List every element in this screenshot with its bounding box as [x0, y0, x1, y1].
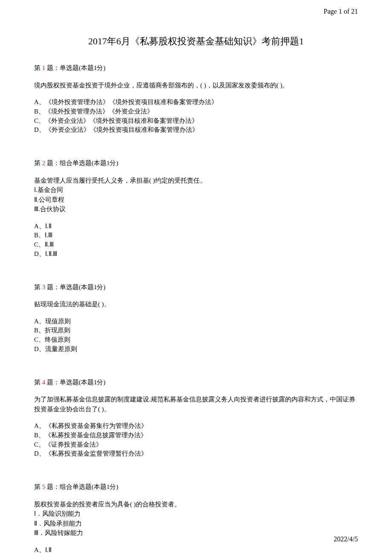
question-options: A、Ⅰ.Ⅱ B、Ⅰ.Ⅲ [34, 546, 358, 555]
footer-date: 2022/4/5 [334, 534, 358, 544]
question-label: 第 4 题：单选题(本题1分) [34, 378, 358, 387]
question-label-suffix: 题：组合单选题(本题1分) [45, 160, 118, 166]
sub-item: Ⅰ．风险识别能力 [34, 509, 358, 519]
question-options: A、《私募投资基金募集行为管理办法》 B、《私募投资基金信息披露管理办法》 C、… [34, 421, 358, 459]
question-label-suffix: 题：组合单选题(本题1分) [45, 483, 118, 490]
question-block: 第 5 题：组合单选题(本题1分) 股权投资基金的投资者应当为具备( )的合格投… [34, 482, 358, 555]
option: B、Ⅰ.Ⅲ [34, 231, 358, 240]
option: A、Ⅰ.Ⅱ [34, 222, 358, 231]
question-text: 基金管理人应当履行受托人义务，承担基( )约定的受托责任。 Ⅰ.基金合同 Ⅱ.公… [34, 176, 358, 214]
question-options: A、现值原则 B、折现原则 C、终值原则 D、流量差原则 [34, 317, 358, 354]
sub-item: Ⅲ．风险转嫁能力 [34, 528, 358, 538]
option: A、《境外投资管理办法》《境外投资项目核准和备案管理办法》 [34, 98, 358, 107]
option: D、流量差原则 [34, 345, 358, 354]
question-text: 为了加强私募基金信息披露的制度建建设.规范私募基金信息披露义务人向投资者进行披露… [34, 395, 358, 414]
question-text: 股权投资基金的投资者应当为具备( )的合格投资者。 Ⅰ．风险识别能力 Ⅱ．风险承… [34, 500, 358, 538]
question-sub-items: Ⅰ.基金合同 Ⅱ.公司章程 Ⅲ.合伙协议 [34, 185, 358, 214]
question-stem: 基金管理人应当履行受托人义务，承担基( )约定的受托责任。 [34, 176, 358, 186]
question-block: 第 2 题：组合单选题(本题1分) 基金管理人应当履行受托人义务，承担基( )约… [34, 158, 358, 259]
question-prefix: 第 [34, 483, 42, 490]
option: C、Ⅱ.Ⅲ [34, 240, 358, 250]
option: A、Ⅰ.Ⅱ [34, 546, 358, 555]
question-sub-items: Ⅰ．风险识别能力 Ⅱ．风险承担能力 Ⅲ．风险转嫁能力 [34, 509, 358, 538]
question-label: 第 2 题：组合单选题(本题1分) [34, 158, 358, 168]
question-options: A、《境外投资管理办法》《境外投资项目核准和备案管理办法》 B、《境外投资管理办… [34, 98, 358, 135]
question-label: 第 5 题：组合单选题(本题1分) [34, 482, 358, 492]
option: D、Ⅰ.Ⅱ.Ⅲ [34, 250, 358, 259]
question-label: 第 1 题：单选题(本题1分) [34, 63, 358, 73]
question-block: 第 4 题：单选题(本题1分) 为了加强私募基金信息披露的制度建建设.规范私募基… [34, 378, 358, 459]
option: D、《私募投资基金监督管理暂行办法》 [34, 449, 358, 459]
question-label-suffix: 题：单选题(本题1分) [45, 64, 105, 71]
question-prefix: 第 [34, 160, 42, 166]
question-stem: 股权投资基金的投资者应当为具备( )的合格投资者。 [34, 500, 358, 509]
question-prefix: 第 [34, 64, 42, 71]
question-block: 第 1 题：单选题(本题1分) 境内股权投资基金投资于境外企业，应遵循商务部颁布… [34, 63, 358, 135]
question-text: 贴现现金流法的基础是( )。 [34, 299, 358, 309]
option: B、折现原则 [34, 326, 358, 335]
question-label: 第 3 题：单选题(本题1分) [34, 282, 358, 292]
option: A、现值原则 [34, 317, 358, 326]
question-prefix: 第 [34, 379, 42, 386]
option: B、《私募投资基金信息披露管理办法》 [34, 431, 358, 440]
sub-item: Ⅱ．风险承担能力 [34, 519, 358, 529]
question-label-suffix: 题：单选题(本题1分) [45, 284, 105, 291]
question-text: 境内股权投资基金投资于境外企业，应遵循商务部颁布的，( )，以及国家发改委颁布的… [34, 81, 358, 90]
question-block: 第 3 题：单选题(本题1分) 贴现现金流法的基础是( )。 A、现值原则 B、… [34, 282, 358, 354]
question-label-suffix: 题：单选题(本题1分) [45, 379, 105, 386]
sub-item: Ⅰ.基金合同 [34, 185, 358, 195]
page-header: Page 1 of 21 [324, 6, 358, 17]
option: A、《私募投资基金募集行为管理办法》 [34, 421, 358, 431]
option: B、《境外投资管理办法》《外资企业法》 [34, 107, 358, 116]
question-options: A、Ⅰ.Ⅱ B、Ⅰ.Ⅲ C、Ⅱ.Ⅲ D、Ⅰ.Ⅱ.Ⅲ [34, 222, 358, 259]
question-prefix: 第 [34, 284, 42, 291]
option: D、《外资企业法》《境外投资项目核准和备案管理办法》 [34, 125, 358, 135]
sub-item: Ⅱ.公司章程 [34, 195, 358, 205]
option: C、终值原则 [34, 335, 358, 345]
document-title: 2017年6月《私募股权投资基金基础知识》考前押题1 [34, 34, 358, 48]
option: C、《外资企业法》《境外投资项目核准和备案管理办法》 [34, 116, 358, 126]
sub-item: Ⅲ.合伙协议 [34, 204, 358, 214]
option: C、《证券投资基金法》 [34, 440, 358, 450]
